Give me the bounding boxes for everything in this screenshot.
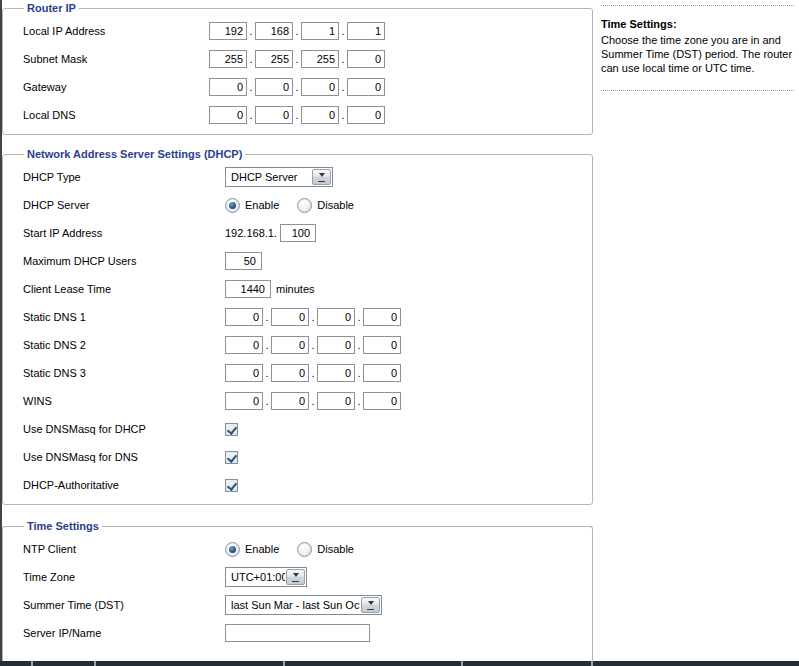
- dnsmasq-dns-label: Use DNSMasq for DNS: [23, 451, 225, 463]
- static-dns-2-octet-1-input[interactable]: [225, 336, 263, 354]
- dot-separator: .: [339, 109, 347, 121]
- client-lease-time-unit: minutes: [276, 283, 315, 295]
- wins-octet-3-input[interactable]: [317, 392, 355, 410]
- local-ip-octet-3-input[interactable]: [301, 22, 339, 40]
- static-dns-3-octet-1-input[interactable]: [225, 364, 263, 382]
- server-ip-name-input[interactable]: [225, 624, 370, 642]
- gateway-octet-4-input[interactable]: [347, 78, 385, 96]
- dhcp-authoritative-row: DHCP-Authoritative: [23, 471, 592, 499]
- static-dns-2-octet-4-input[interactable]: [363, 336, 401, 354]
- gateway-octet-1-input[interactable]: [209, 78, 247, 96]
- subnet-octet-1-input[interactable]: [209, 50, 247, 68]
- static-dns-1-octet-1-input[interactable]: [225, 308, 263, 326]
- dhcp-section: Network Address Server Settings (DHCP) D…: [2, 148, 593, 505]
- dhcp-type-row: DHCP Type DHCP Server: [23, 163, 592, 191]
- gateway-octet-2-input[interactable]: [255, 78, 293, 96]
- gateway-octet-3-input[interactable]: [301, 78, 339, 96]
- static-dns-2-row: Static DNS 2 . . .: [23, 331, 592, 359]
- server-ip-name-label: Server IP/Name: [23, 627, 225, 639]
- local-dns-octet-1-input[interactable]: [209, 106, 247, 124]
- subnet-octet-3-input[interactable]: [301, 50, 339, 68]
- help-panel-text: Choose the time zone you are in and Summ…: [601, 34, 794, 76]
- bottom-bar-divider: [591, 661, 593, 666]
- dnsmasq-dhcp-checkbox[interactable]: [225, 423, 238, 436]
- bottom-bar-divider: [94, 661, 96, 666]
- dot-separator: .: [263, 311, 271, 323]
- dot-separator: .: [339, 81, 347, 93]
- dot-separator: .: [263, 395, 271, 407]
- wins-octet-2-input[interactable]: [271, 392, 309, 410]
- local-dns-octet-3-input[interactable]: [301, 106, 339, 124]
- static-dns-1-octet-2-input[interactable]: [271, 308, 309, 326]
- local-ip-address-input-group: . . .: [209, 22, 385, 40]
- dnsmasq-dhcp-row: Use DNSMasq for DHCP: [23, 415, 592, 443]
- dhcp-server-disable-radio-label: Disable: [317, 199, 354, 211]
- time-zone-select[interactable]: UTC+01:00: [225, 567, 307, 587]
- dot-separator: .: [293, 81, 301, 93]
- local-dns-row: Local DNS . . .: [23, 101, 592, 129]
- gateway-label: Gateway: [23, 81, 225, 93]
- dhcp-type-label: DHCP Type: [23, 171, 225, 183]
- dot-separator: .: [355, 395, 363, 407]
- start-ip-last-octet-input[interactable]: [280, 224, 316, 242]
- static-dns-1-octet-3-input[interactable]: [317, 308, 355, 326]
- summer-time-select[interactable]: last Sun Mar - last Sun Oct: [225, 595, 382, 615]
- dhcp-server-row: DHCP Server Enable Disable: [23, 191, 592, 219]
- dhcp-server-enable-radio[interactable]: [225, 198, 240, 213]
- gateway-input-group: . . .: [209, 78, 385, 96]
- server-ip-name-row: Server IP/Name: [23, 619, 592, 647]
- maximum-dhcp-users-row: Maximum DHCP Users: [23, 247, 592, 275]
- bottom-bar-divider: [31, 661, 33, 666]
- dot-separator: .: [293, 109, 301, 121]
- summer-time-dropdown-button[interactable]: [361, 597, 380, 613]
- static-dns-3-octet-4-input[interactable]: [363, 364, 401, 382]
- local-dns-octet-2-input[interactable]: [255, 106, 293, 124]
- wins-octet-4-input[interactable]: [363, 392, 401, 410]
- dhcp-type-select[interactable]: DHCP Server: [225, 167, 333, 187]
- local-ip-address-row: Local IP Address . . .: [23, 17, 592, 45]
- time-settings-section: Time Settings NTP Client Enable Disable …: [2, 520, 593, 666]
- static-dns-1-label: Static DNS 1: [23, 311, 225, 323]
- local-ip-octet-2-input[interactable]: [255, 22, 293, 40]
- dnsmasq-dns-checkbox[interactable]: [225, 451, 238, 464]
- dhcp-server-label: DHCP Server: [23, 199, 225, 211]
- dot-separator: .: [355, 367, 363, 379]
- chevron-down-icon: [292, 581, 299, 582]
- static-dns-2-octet-2-input[interactable]: [271, 336, 309, 354]
- dot-separator: .: [247, 109, 255, 121]
- summer-time-label: Summer Time (DST): [23, 599, 225, 611]
- time-zone-dropdown-button[interactable]: [286, 569, 305, 585]
- local-ip-address-label: Local IP Address: [23, 25, 225, 37]
- subnet-mask-input-group: . . .: [209, 50, 385, 68]
- client-lease-time-label: Client Lease Time: [23, 283, 225, 295]
- static-dns-1-octet-4-input[interactable]: [363, 308, 401, 326]
- subnet-octet-4-input[interactable]: [347, 50, 385, 68]
- dot-separator: .: [293, 53, 301, 65]
- router-ip-section: Router IP Local IP Address . . . Subnet …: [2, 2, 593, 135]
- chevron-down-icon: [368, 601, 374, 608]
- dot-separator: .: [263, 339, 271, 351]
- time-zone-selected-value: UTC+01:00: [226, 568, 285, 586]
- client-lease-time-input[interactable]: [225, 280, 271, 298]
- dhcp-authoritative-checkbox[interactable]: [225, 479, 238, 492]
- dot-separator: .: [355, 339, 363, 351]
- local-ip-octet-1-input[interactable]: [209, 22, 247, 40]
- dot-separator: .: [339, 25, 347, 37]
- dhcp-type-dropdown-button[interactable]: [312, 169, 331, 185]
- ntp-client-enable-radio[interactable]: [225, 542, 240, 557]
- subnet-octet-2-input[interactable]: [255, 50, 293, 68]
- local-ip-octet-4-input[interactable]: [347, 22, 385, 40]
- static-dns-2-label: Static DNS 2: [23, 339, 225, 351]
- local-dns-octet-4-input[interactable]: [347, 106, 385, 124]
- dot-separator: .: [309, 367, 317, 379]
- maximum-dhcp-users-input[interactable]: [225, 252, 262, 270]
- bottom-bar-divider: [283, 661, 285, 666]
- static-dns-3-octet-2-input[interactable]: [271, 364, 309, 382]
- wins-octet-1-input[interactable]: [225, 392, 263, 410]
- static-dns-3-octet-3-input[interactable]: [317, 364, 355, 382]
- dhcp-server-disable-radio[interactable]: [297, 198, 312, 213]
- dnsmasq-dhcp-label: Use DNSMasq for DHCP: [23, 423, 225, 435]
- time-zone-label: Time Zone: [23, 571, 225, 583]
- static-dns-2-octet-3-input[interactable]: [317, 336, 355, 354]
- ntp-client-disable-radio[interactable]: [297, 542, 312, 557]
